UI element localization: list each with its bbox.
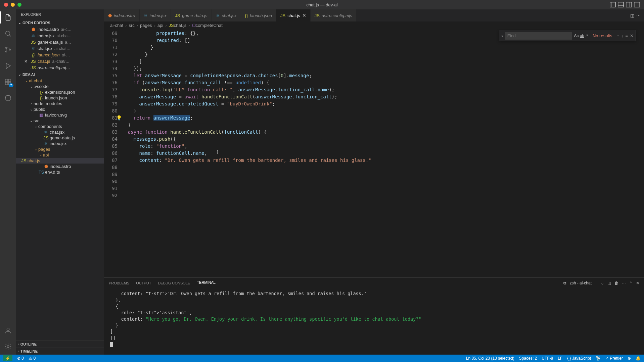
tree-item[interactable]: {}launch.json <box>16 95 104 101</box>
editor-tab[interactable]: JSchat.js✕ <box>276 9 311 21</box>
panel-tab-terminal[interactable]: TERMINAL <box>197 280 216 286</box>
tree-item[interactable]: ›node_modules <box>16 101 104 106</box>
editor-tab[interactable]: JSastro.config.mjs <box>311 9 357 21</box>
tree-item[interactable]: ⌄components <box>16 124 104 129</box>
match-case-icon[interactable]: Aa <box>574 34 579 38</box>
tree-item[interactable]: ▦favicon.svg <box>16 112 104 118</box>
breadcrumb-item[interactable]: ⬡completeChat <box>192 23 223 28</box>
terminal-split-icon[interactable]: ◫ <box>607 281 611 285</box>
terminal-shell-name[interactable]: zsh - ai-chat <box>570 281 592 285</box>
status-lang[interactable]: { } JavaScript <box>567 356 591 361</box>
remote-icon[interactable]: ⚡ <box>3 355 12 361</box>
astro-file-icon: ⬟ <box>108 13 112 18</box>
tree-item[interactable]: ⬟index.astro <box>16 164 104 169</box>
regex-icon[interactable]: .* <box>586 34 588 38</box>
status-go-live-icon[interactable]: 📡 <box>596 356 601 361</box>
settings-gear-icon[interactable] <box>3 342 13 351</box>
lightbulb-icon[interactable]: 💡 <box>116 115 122 122</box>
editor-tab[interactable]: JSgame-data.js <box>171 9 212 21</box>
explorer-icon[interactable] <box>3 13 13 22</box>
breadcrumb[interactable]: ai-chat›src›pages›api›JSchat.js›⬡complet… <box>104 21 644 29</box>
tab-close-icon[interactable]: ✕ <box>302 13 306 18</box>
status-encoding[interactable]: UTF-8 <box>542 356 553 361</box>
terminal-maximize-icon[interactable]: ⌃ <box>629 281 633 285</box>
tree-item[interactable]: ⌄api <box>16 152 104 158</box>
open-editor-item[interactable]: JSgame-data.jsa… <box>16 39 104 45</box>
panel-tab-problems[interactable]: PROBLEMS <box>109 281 129 285</box>
find-close-icon[interactable]: ✕ <box>630 33 634 38</box>
terminal-close-icon[interactable]: ✕ <box>636 281 639 285</box>
terminal-shell-icon[interactable]: ⧉ <box>563 281 566 285</box>
status-eol[interactable]: LF <box>558 356 562 361</box>
tree-item[interactable]: ⌄.vscode <box>16 84 104 89</box>
account-icon[interactable] <box>3 326 13 335</box>
timeline-section[interactable]: › TIMELINE <box>16 348 104 355</box>
breadcrumb-item[interactable]: ai-chat <box>110 23 123 28</box>
tree-item[interactable]: ⌄public <box>16 106 104 112</box>
extensions-icon[interactable]: 7 <box>3 77 13 87</box>
open-editors-section[interactable]: ⌄OPEN EDITORS <box>16 19 104 26</box>
sidebar-more-icon[interactable]: ⋯ <box>96 12 99 16</box>
open-editor-item[interactable]: ⚛chat.jsxai-chat… <box>16 45 104 52</box>
close-editor-icon[interactable]: ✕ <box>24 59 29 64</box>
terminal-output[interactable]: content: "t-str">'Dr. Owen gets a refill… <box>104 288 644 355</box>
close-window-icon[interactable] <box>4 3 8 7</box>
terminal-kill-icon[interactable]: 🗑 <box>614 281 618 285</box>
breadcrumb-item[interactable]: JSchat.js <box>169 23 187 28</box>
open-editor-item[interactable]: JSastro.config.mj… <box>16 64 104 71</box>
open-editor-item[interactable]: ✕JSchat.jsai-chat/… <box>16 58 104 64</box>
editor-tab[interactable]: ⬟index.astro <box>104 9 140 21</box>
tree-item[interactable]: JSgame-data.js <box>16 135 104 141</box>
status-cursor[interactable]: Ln 85, Col 23 (13 selected) <box>466 356 514 361</box>
tree-item[interactable]: ⚛index.jsx <box>16 141 104 146</box>
status-spaces[interactable]: Spaces: 2 <box>519 356 537 361</box>
layout-sidebar-right-icon[interactable] <box>625 1 633 8</box>
run-debug-icon[interactable] <box>3 61 13 71</box>
terminal-dropdown-icon[interactable]: ⌄ <box>601 281 604 285</box>
find-next-icon[interactable]: ↓ <box>621 33 624 38</box>
panel-tab-output[interactable]: OUTPUT <box>136 281 151 285</box>
tree-item[interactable]: {}extensions.json <box>16 89 104 95</box>
tab-more-icon[interactable]: ⋯ <box>636 13 641 18</box>
minimize-window-icon[interactable] <box>11 3 15 7</box>
status-prettier[interactable]: ✓ Prettier <box>605 356 623 361</box>
status-errors[interactable]: ⊗ 0 <box>17 356 24 361</box>
terminal-new-icon[interactable]: + <box>595 281 597 285</box>
search-icon[interactable] <box>3 29 13 38</box>
match-word-icon[interactable]: ab <box>580 34 584 38</box>
outline-section[interactable]: › OUTLINE <box>16 341 104 348</box>
panel-tab-debug[interactable]: DEBUG CONSOLE <box>158 281 190 285</box>
tree-item[interactable]: ⚛chat.jsx <box>16 129 104 135</box>
tree-item[interactable]: ⌄src <box>16 118 104 124</box>
tree-item[interactable]: ⌄pages <box>16 146 104 152</box>
editor-tab[interactable]: ⚛index.jsx <box>140 9 171 21</box>
breadcrumb-item[interactable]: pages <box>140 23 152 28</box>
maximize-window-icon[interactable] <box>17 3 21 7</box>
source-control-icon[interactable] <box>3 45 13 54</box>
layout-full-icon[interactable] <box>633 1 641 8</box>
status-bell-icon[interactable]: 🔔 <box>636 356 641 361</box>
editor-tab[interactable]: {}launch.json <box>241 9 276 21</box>
split-editor-icon[interactable]: ◫ <box>630 13 634 18</box>
tree-item[interactable]: TSenv.d.ts <box>16 169 104 175</box>
find-prev-icon[interactable]: ↑ <box>617 33 619 38</box>
breadcrumb-item[interactable]: api <box>157 23 163 28</box>
editor-tab[interactable]: ⚛chat.jsx <box>212 9 241 21</box>
open-editor-item[interactable]: {}launch.jsonai-… <box>16 52 104 58</box>
status-warnings[interactable]: ⚠ 0 <box>29 356 36 361</box>
find-expand-icon[interactable]: › <box>499 33 505 38</box>
find-selection-icon[interactable]: ≡ <box>625 33 628 38</box>
open-editor-item[interactable]: ⬟index.astroai-c… <box>16 26 104 33</box>
find-input[interactable] <box>505 32 572 40</box>
edge-tools-icon[interactable] <box>3 93 13 103</box>
tree-item[interactable]: ⌄ai-chat <box>16 78 104 84</box>
tree-item[interactable]: JSchat.js <box>16 158 104 164</box>
terminal-more-icon[interactable]: ⋯ <box>622 281 626 285</box>
code-editor[interactable]: properties: {}, required: [] } } ] }); l… <box>122 29 644 277</box>
project-section[interactable]: ⌄DEV-AI <box>16 71 104 78</box>
breadcrumb-item[interactable]: src <box>129 23 134 28</box>
layout-panel-icon[interactable] <box>617 1 625 8</box>
status-feedback-icon[interactable]: ⊕ <box>628 356 631 361</box>
layout-sidebar-left-icon[interactable] <box>609 1 616 8</box>
open-editor-item[interactable]: ⚛index.jsxai-cha… <box>16 33 104 39</box>
